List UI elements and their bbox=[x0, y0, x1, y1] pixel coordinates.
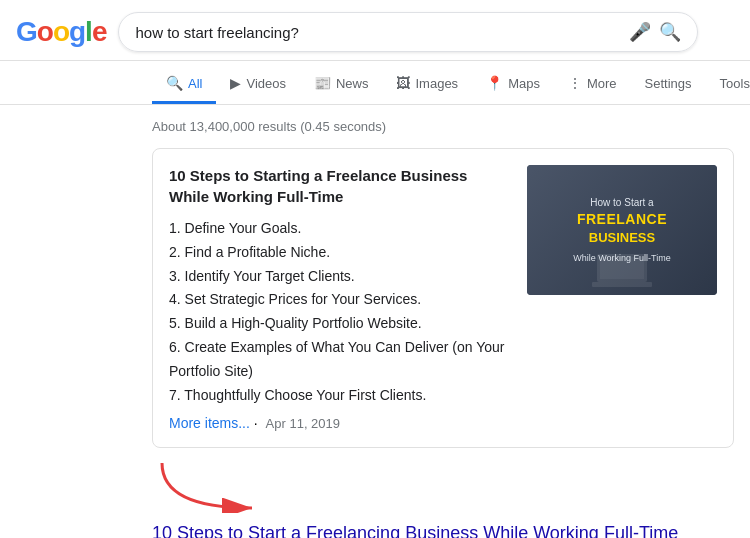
images-icon: 🖼 bbox=[396, 75, 410, 91]
tab-videos-label: Videos bbox=[246, 76, 286, 91]
all-icon: 🔍 bbox=[166, 75, 183, 91]
search-bar: 🎤 🔍 bbox=[118, 12, 698, 52]
tab-news[interactable]: 📰 News bbox=[300, 65, 383, 104]
list-item: 2. Find a Profitable Niche. bbox=[169, 241, 511, 265]
featured-snippet-card: 10 Steps to Starting a Freelance Busines… bbox=[152, 148, 734, 448]
videos-icon: ▶ bbox=[230, 75, 241, 91]
card-thumbnail: How to Start a FREELANCE BUSINESS While … bbox=[527, 165, 717, 295]
tools-tab[interactable]: Tools bbox=[706, 66, 750, 104]
thumbnail-freelance: FREELANCE bbox=[573, 210, 671, 230]
card-content: 10 Steps to Starting a Freelance Busines… bbox=[169, 165, 511, 431]
tab-all-label: All bbox=[188, 76, 202, 91]
header: Google 🎤 🔍 bbox=[0, 0, 750, 61]
list-item: 4. Set Strategic Prices for Your Service… bbox=[169, 288, 511, 312]
thumbnail-business: BUSINESS bbox=[573, 229, 671, 247]
more-items-link[interactable]: More items... bbox=[169, 415, 250, 431]
tab-images-label: Images bbox=[415, 76, 458, 91]
nav-right: Settings Tools bbox=[631, 66, 750, 104]
search-input[interactable] bbox=[135, 24, 621, 41]
more-icon: ⋮ bbox=[568, 75, 582, 91]
tab-images[interactable]: 🖼 Images bbox=[382, 65, 472, 104]
thumbnail-subtitle: While Working Full-Time bbox=[573, 252, 671, 265]
red-arrow bbox=[152, 458, 272, 513]
list-item: 1. Define Your Goals. bbox=[169, 217, 511, 241]
arrow-container bbox=[152, 458, 734, 518]
card-title: 10 Steps to Starting a Freelance Busines… bbox=[169, 165, 511, 207]
list-item: 5. Build a High-Quality Portfolio Websit… bbox=[169, 312, 511, 336]
search-button[interactable]: 🔍 bbox=[659, 21, 681, 43]
nav-tabs: 🔍 All ▶ Videos 📰 News 🖼 Images 📍 Maps ⋮ … bbox=[0, 61, 750, 105]
google-logo: Google bbox=[16, 16, 106, 48]
settings-tab[interactable]: Settings bbox=[631, 66, 706, 104]
list-item: 7. Thoughtfully Choose Your First Client… bbox=[169, 384, 511, 408]
card-date: Apr 11, 2019 bbox=[266, 416, 340, 431]
main-search-result: 10 Steps to Start a Freelancing Business… bbox=[152, 522, 734, 538]
tab-more-label: More bbox=[587, 76, 617, 91]
tab-maps-label: Maps bbox=[508, 76, 540, 91]
card-footer: More items... · Apr 11, 2019 bbox=[169, 415, 511, 431]
tools-label: Tools bbox=[720, 76, 750, 91]
tab-all[interactable]: 🔍 All bbox=[152, 65, 216, 104]
bullet-separator: · bbox=[254, 415, 262, 431]
maps-icon: 📍 bbox=[486, 75, 503, 91]
news-icon: 📰 bbox=[314, 75, 331, 91]
result-title-link[interactable]: 10 Steps to Start a Freelancing Business… bbox=[152, 522, 734, 538]
thumbnail-text: How to Start a FREELANCE BUSINESS While … bbox=[573, 196, 671, 264]
svg-rect-2 bbox=[592, 282, 652, 287]
tab-videos[interactable]: ▶ Videos bbox=[216, 65, 300, 104]
mic-icon[interactable]: 🎤 bbox=[629, 21, 651, 43]
settings-label: Settings bbox=[645, 76, 692, 91]
list-item: 3. Identify Your Target Clients. bbox=[169, 265, 511, 289]
thumbnail-how-to: How to Start a bbox=[573, 196, 671, 210]
tab-more[interactable]: ⋮ More bbox=[554, 65, 631, 104]
card-list: 1. Define Your Goals. 2. Find a Profitab… bbox=[169, 217, 511, 407]
list-item: 6. Create Examples of What You Can Deliv… bbox=[169, 336, 511, 384]
results-area: About 13,400,000 results (0.45 seconds) … bbox=[0, 105, 750, 538]
tab-maps[interactable]: 📍 Maps bbox=[472, 65, 554, 104]
results-count: About 13,400,000 results (0.45 seconds) bbox=[152, 119, 734, 134]
tab-news-label: News bbox=[336, 76, 369, 91]
